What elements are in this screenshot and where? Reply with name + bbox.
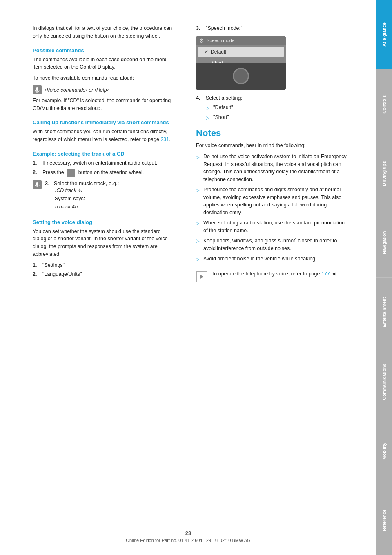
speech-mode-title: Speech mode (207, 38, 234, 43)
page-number: 23 (0, 530, 376, 536)
speech-mode-item-default: ✓ Default (198, 47, 284, 57)
voice-command-text: ›Voice commands‹ or ›Help‹ (45, 87, 109, 93)
step-3-content: 3. Select the music track, e.g.: ›CD tra… (45, 180, 119, 211)
note-item-1: ▷ Do not use the voice activation system… (196, 153, 347, 184)
step-1: 1. If necessary, switch on entertainment… (33, 159, 176, 167)
svg-marker-5 (200, 275, 203, 279)
sidebar-tab-reference[interactable]: Reference (376, 486, 392, 555)
step-3-with-icon: 3. Select the music track, e.g.: ›CD tra… (33, 180, 176, 211)
speech-mode-background (196, 63, 286, 90)
note-item-2: ▷ Pronounce the commands and digits smoo… (196, 186, 347, 217)
short-commands-para: With short commands you can run certain … (33, 128, 176, 143)
note-item-4: ▷ Keep doors, windows, and glass sunroof… (196, 237, 347, 253)
sidebar-tab-communications[interactable]: Communications (376, 347, 392, 416)
steering-wheel-button (67, 169, 75, 177)
speech-mode-titlebar: ⚙ Speech mode (196, 36, 286, 45)
right-step-3: 3. "Speech mode:" (196, 25, 347, 32)
step-3-sub: ›CD track 4‹ System says: ››Track 4‹‹ (45, 186, 119, 211)
svg-rect-0 (36, 87, 38, 91)
possible-commands-para2: To have the available commands read alou… (33, 74, 176, 82)
step-2: 2. Press the button on the steering whee… (33, 169, 176, 177)
footer-text: Online Edition for Part no. 01 41 2 604 … (126, 538, 250, 543)
example-heading: Example: selecting the track of a CD (33, 151, 176, 157)
intro-paragraph: In dialogs that call for a text of your … (33, 25, 176, 40)
possible-commands-para1: The commands available in each case depe… (33, 56, 176, 72)
ref-arrow-icon (196, 271, 207, 282)
sidebar-tab-controls[interactable]: Controls (376, 69, 392, 139)
note-item-3: ▷ When selecting a radio station, use th… (196, 219, 347, 235)
possible-commands-heading: Possible commands (33, 47, 176, 54)
step-3-icon (33, 180, 42, 189)
left-column: In dialogs that call for a text of your … (0, 25, 188, 285)
right-step-4: 4. Select a setting: ▷ "Default" ▷ "Shor… (196, 94, 347, 125)
speech-mode-screenshot: ⚙ Speech mode ✓ Default Short (196, 36, 286, 90)
voice-dialog-step-2: 2. "Language/Units" (33, 271, 176, 278)
notes-heading: Notes (196, 128, 347, 139)
reference-note-box: To operate the telephone by voice, refer… (196, 268, 347, 285)
short-commands-heading: Calling up functions immediately via sho… (33, 119, 176, 125)
sidebar-tab-at-a-glance[interactable]: At a glance (376, 0, 392, 69)
right-step-4-item: 4. Select a setting: ▷ "Default" ▷ "Shor… (196, 94, 347, 125)
example-steps: 1. If necessary, switch on entertainment… (33, 159, 176, 177)
short-commands-link[interactable]: 231 (160, 137, 169, 142)
sidebar-tab-driving-tips[interactable]: Driving tips (376, 139, 392, 208)
main-content: In dialogs that call for a text of your … (0, 0, 376, 309)
speech-mode-knob (233, 68, 249, 84)
voice-dialog-step-1: 1. "Settings" (33, 262, 176, 269)
voice-dialog-heading: Setting the voice dialog (33, 219, 176, 225)
voice-command-box: ›Voice commands‹ or ›Help‹ (33, 85, 176, 94)
page-footer: 23 Online Edition for Part no. 01 41 2 6… (0, 526, 376, 543)
option-default: ▷ "Default" (206, 104, 347, 112)
voice-dialog-steps: 1. "Settings" 2. "Language/Units" (33, 262, 176, 279)
note-item-5: ▷ Avoid ambient noise in the vehicle whi… (196, 255, 347, 263)
option-short: ▷ "Short" (206, 114, 347, 121)
voice-dialog-para: You can set whether the system should us… (33, 228, 176, 258)
sidebar-tab-mobility[interactable]: Mobility (376, 416, 392, 486)
notes-intro: For voice commands, bear in mind the fol… (196, 142, 347, 150)
step4-options: ▷ "Default" ▷ "Short" (206, 104, 347, 122)
sidebar-tab-navigation[interactable]: Navigation (376, 208, 392, 278)
sidebar: At a glance Controls Driving tips Naviga… (376, 0, 392, 555)
ref-page-link[interactable]: 177 (321, 271, 330, 277)
svg-rect-3 (36, 182, 38, 186)
possible-commands-para3: For example, if "CD" is selected, the co… (33, 97, 176, 112)
notes-list: ▷ Do not use the voice activation system… (196, 153, 347, 263)
voice-icon (33, 85, 42, 94)
sidebar-tab-entertainment[interactable]: Entertainment (376, 278, 392, 347)
right-step-3-item: 3. "Speech mode:" (196, 25, 347, 32)
ref-note-text: To operate the telephone by voice, refer… (212, 270, 336, 278)
right-column: 3. "Speech mode:" ⚙ Speech mode ✓ Defaul… (188, 25, 359, 285)
